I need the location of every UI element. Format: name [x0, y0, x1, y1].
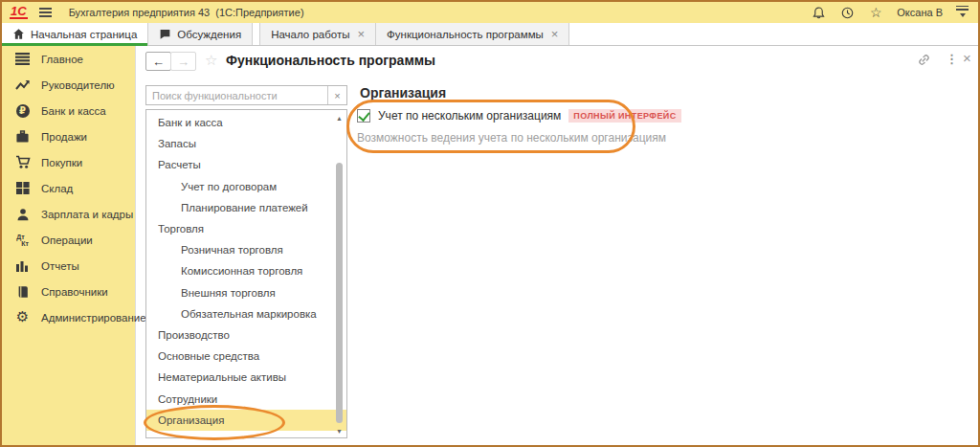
- history-icon[interactable]: [839, 5, 855, 20]
- list-item[interactable]: Комиссионная торговля: [146, 260, 346, 281]
- close-form-icon[interactable]: ×: [963, 50, 971, 66]
- bar-chart-icon: [14, 257, 31, 274]
- window-title: Бухгалтерия предприятия 43 (1С:Предприят…: [69, 7, 304, 18]
- tab-label: Начало работы: [271, 29, 349, 40]
- service-menu-icon[interactable]: [956, 6, 970, 20]
- notifications-bell-icon[interactable]: [811, 5, 826, 20]
- tab-home[interactable]: Начальная страница: [2, 23, 148, 45]
- grid-boxes-icon: [14, 180, 31, 196]
- multi-org-checkbox[interactable]: [357, 109, 370, 123]
- list-item[interactable]: Планирование платежей: [146, 197, 346, 218]
- sidebar-label: Покупки: [41, 157, 82, 168]
- briefcase-icon: [14, 128, 31, 145]
- chat-icon: [159, 28, 171, 40]
- sidebar-label: Банк и касса: [41, 105, 106, 117]
- sidebar-label: Продажи: [41, 131, 87, 143]
- list-item[interactable]: Нематериальные активы: [146, 367, 346, 388]
- list-item[interactable]: Расчеты: [146, 154, 346, 175]
- person-icon: [14, 206, 31, 222]
- tab-close-icon[interactable]: ×: [549, 30, 559, 39]
- list-item[interactable]: Сотрудники: [146, 388, 346, 409]
- add-favorite-star-icon[interactable]: ☆: [205, 52, 217, 69]
- list-item[interactable]: Банк и касса: [146, 112, 346, 133]
- sidebar-label: Зарплата и кадры: [41, 209, 133, 220]
- home-icon: [12, 28, 25, 40]
- main-menu-icon[interactable]: [39, 8, 52, 17]
- search-input[interactable]: [146, 86, 327, 104]
- tab-functionality[interactable]: Функциональность программы ×: [376, 23, 569, 45]
- user-name[interactable]: Оксана В: [897, 7, 943, 18]
- tab-getting-started[interactable]: Начало работы ×: [259, 23, 376, 45]
- list-item-selected[interactable]: Организация: [146, 410, 346, 431]
- ruble-circle-icon: ₽: [14, 102, 31, 119]
- sidebar-label: Склад: [41, 183, 73, 194]
- menu-lines-icon: [14, 51, 31, 67]
- sidebar-item-administration[interactable]: ⚙ Администрирование: [2, 304, 135, 330]
- sidebar-item-operations[interactable]: ДтКт Операции: [2, 227, 135, 253]
- sidebar-label: Руководителю: [41, 79, 115, 91]
- option-description: Возможность ведения учета по нескольким …: [357, 131, 666, 145]
- functionality-list: Банк и касса Запасы Расчеты Учет по дого…: [145, 109, 347, 438]
- scroll-up-icon[interactable]: ▲: [334, 115, 345, 122]
- trend-chart-icon: [14, 77, 31, 93]
- back-button[interactable]: ←: [145, 52, 171, 71]
- list-item[interactable]: Розничная торговля: [146, 239, 346, 260]
- gear-icon: ⚙: [14, 309, 31, 325]
- scrollbar-thumb[interactable]: [336, 163, 343, 423]
- title-bar: 1С Бухгалтерия предприятия 43 (1С:Предпр…: [2, 2, 978, 23]
- sidebar-label: Операции: [41, 235, 93, 246]
- full-interface-badge: ПОЛНЫЙ ИНТЕРФЕЙС: [568, 109, 680, 123]
- 1c-logo-icon: 1С: [10, 6, 28, 19]
- sidebar-label: Главное: [41, 54, 83, 65]
- sidebar-item-directories[interactable]: Справочники: [2, 279, 135, 304]
- list-item[interactable]: Учет по договорам: [146, 176, 346, 197]
- more-menu-icon[interactable]: ⋮: [946, 52, 958, 66]
- forward-button[interactable]: →: [170, 52, 196, 71]
- list-item[interactable]: Основные средства: [146, 346, 346, 367]
- sidebar-label: Администрирование: [41, 312, 146, 324]
- sidebar-item-salary-hr[interactable]: Зарплата и кадры: [2, 201, 135, 227]
- list-item[interactable]: Запасы: [146, 133, 346, 154]
- search-box: ×: [145, 85, 347, 105]
- sidebar-item-reports[interactable]: Отчеты: [2, 253, 135, 279]
- book-icon: [14, 283, 31, 300]
- sidebar-item-manager[interactable]: Руководителю: [2, 72, 135, 98]
- tab-label: Обсуждения: [177, 29, 241, 40]
- sidebar-item-main[interactable]: Главное: [2, 46, 135, 72]
- tab-label: Начальная страница: [31, 29, 137, 40]
- sidebar-item-purchases[interactable]: Покупки: [2, 149, 135, 175]
- scroll-down-icon[interactable]: ▼: [334, 428, 345, 435]
- get-link-icon[interactable]: [917, 53, 931, 67]
- option-label[interactable]: Учет по нескольким организациям: [378, 109, 561, 123]
- list-item[interactable]: Торговля: [146, 218, 346, 239]
- app-window: 1С Бухгалтерия предприятия 43 (1С:Предпр…: [0, 0, 980, 447]
- option-row: Учет по нескольким организациям ПОЛНЫЙ И…: [357, 109, 681, 123]
- sidebar-item-bank-cash[interactable]: ₽ Банк и касса: [2, 98, 135, 123]
- sidebar-item-warehouse[interactable]: Склад: [2, 175, 135, 201]
- page-title: Функциональность программы: [226, 53, 435, 68]
- list-item[interactable]: Внешняя торговля: [146, 282, 346, 303]
- list-scrollbar[interactable]: ▲ ▼: [334, 113, 345, 435]
- sidebar-label: Справочники: [41, 286, 108, 298]
- sidebar-item-sales[interactable]: Продажи: [2, 123, 135, 149]
- sidebar-label: Отчеты: [41, 260, 79, 272]
- dt-kt-icon: ДтКт: [14, 232, 31, 248]
- tab-close-icon[interactable]: ×: [355, 30, 365, 39]
- list-item[interactable]: Производство: [146, 324, 346, 346]
- cart-icon: [14, 154, 31, 170]
- tab-bar: Начальная страница Обсуждения Начало раб…: [2, 23, 978, 46]
- favorites-star-icon[interactable]: ☆: [868, 5, 883, 20]
- panel-heading: Организация: [360, 85, 446, 101]
- list-item[interactable]: Обязательная маркировка: [146, 303, 346, 324]
- tab-discussions[interactable]: Обсуждения: [148, 23, 253, 45]
- search-clear-icon[interactable]: ×: [327, 86, 346, 104]
- section-sidebar: Главное Руководителю ₽ Банк и касса Прод…: [2, 46, 136, 445]
- tab-label: Функциональность программы: [387, 29, 544, 40]
